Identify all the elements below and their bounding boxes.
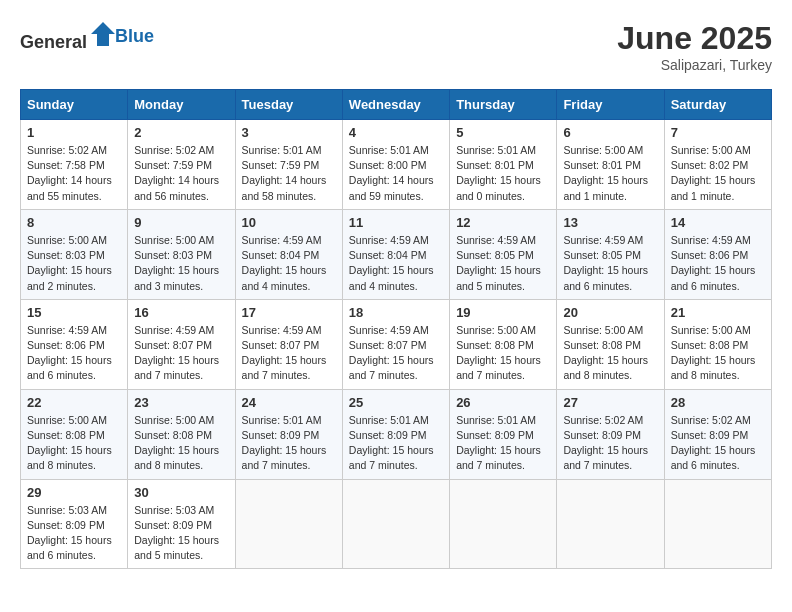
calendar-day-cell: 18Sunrise: 4:59 AM Sunset: 8:07 PM Dayli… (342, 299, 449, 389)
day-info: Sunrise: 5:00 AM Sunset: 8:02 PM Dayligh… (671, 143, 765, 204)
calendar-day-cell: 15Sunrise: 4:59 AM Sunset: 8:06 PM Dayli… (21, 299, 128, 389)
day-number: 20 (563, 305, 657, 320)
calendar-day-cell: 6Sunrise: 5:00 AM Sunset: 8:01 PM Daylig… (557, 120, 664, 210)
calendar-day-cell: 16Sunrise: 4:59 AM Sunset: 8:07 PM Dayli… (128, 299, 235, 389)
day-info: Sunrise: 5:01 AM Sunset: 8:00 PM Dayligh… (349, 143, 443, 204)
day-info: Sunrise: 5:00 AM Sunset: 8:08 PM Dayligh… (671, 323, 765, 384)
calendar-day-cell: 1Sunrise: 5:02 AM Sunset: 7:58 PM Daylig… (21, 120, 128, 210)
day-info: Sunrise: 4:59 AM Sunset: 8:04 PM Dayligh… (349, 233, 443, 294)
day-number: 30 (134, 485, 228, 500)
weekday-header-thursday: Thursday (450, 90, 557, 120)
calendar-day-cell: 25Sunrise: 5:01 AM Sunset: 8:09 PM Dayli… (342, 389, 449, 479)
day-number: 21 (671, 305, 765, 320)
logo-general: General (20, 32, 87, 52)
weekday-header-tuesday: Tuesday (235, 90, 342, 120)
calendar-week-row: 29Sunrise: 5:03 AM Sunset: 8:09 PM Dayli… (21, 479, 772, 569)
day-number: 19 (456, 305, 550, 320)
day-info: Sunrise: 4:59 AM Sunset: 8:07 PM Dayligh… (134, 323, 228, 384)
day-info: Sunrise: 5:03 AM Sunset: 8:09 PM Dayligh… (134, 503, 228, 564)
day-info: Sunrise: 5:02 AM Sunset: 7:58 PM Dayligh… (27, 143, 121, 204)
day-number: 28 (671, 395, 765, 410)
day-info: Sunrise: 5:01 AM Sunset: 8:09 PM Dayligh… (456, 413, 550, 474)
day-number: 7 (671, 125, 765, 140)
day-number: 15 (27, 305, 121, 320)
title-block: June 2025 Salipazari, Turkey (617, 20, 772, 73)
calendar-week-row: 1Sunrise: 5:02 AM Sunset: 7:58 PM Daylig… (21, 120, 772, 210)
day-number: 24 (242, 395, 336, 410)
page-header: General Blue June 2025 Salipazari, Turke… (20, 20, 772, 73)
day-number: 8 (27, 215, 121, 230)
calendar-day-cell: 29Sunrise: 5:03 AM Sunset: 8:09 PM Dayli… (21, 479, 128, 569)
calendar-table: SundayMondayTuesdayWednesdayThursdayFrid… (20, 89, 772, 569)
day-number: 3 (242, 125, 336, 140)
calendar-day-cell: 12Sunrise: 4:59 AM Sunset: 8:05 PM Dayli… (450, 209, 557, 299)
day-info: Sunrise: 4:59 AM Sunset: 8:06 PM Dayligh… (671, 233, 765, 294)
day-info: Sunrise: 5:01 AM Sunset: 8:09 PM Dayligh… (242, 413, 336, 474)
calendar-day-cell: 30Sunrise: 5:03 AM Sunset: 8:09 PM Dayli… (128, 479, 235, 569)
day-info: Sunrise: 5:00 AM Sunset: 8:01 PM Dayligh… (563, 143, 657, 204)
calendar-day-cell: 19Sunrise: 5:00 AM Sunset: 8:08 PM Dayli… (450, 299, 557, 389)
day-number: 11 (349, 215, 443, 230)
calendar-empty-cell (664, 479, 771, 569)
calendar-day-cell: 3Sunrise: 5:01 AM Sunset: 7:59 PM Daylig… (235, 120, 342, 210)
calendar-week-row: 15Sunrise: 4:59 AM Sunset: 8:06 PM Dayli… (21, 299, 772, 389)
calendar-day-cell: 24Sunrise: 5:01 AM Sunset: 8:09 PM Dayli… (235, 389, 342, 479)
location-subtitle: Salipazari, Turkey (617, 57, 772, 73)
calendar-day-cell: 7Sunrise: 5:00 AM Sunset: 8:02 PM Daylig… (664, 120, 771, 210)
day-info: Sunrise: 5:00 AM Sunset: 8:08 PM Dayligh… (27, 413, 121, 474)
calendar-empty-cell (450, 479, 557, 569)
day-number: 26 (456, 395, 550, 410)
day-number: 22 (27, 395, 121, 410)
day-info: Sunrise: 4:59 AM Sunset: 8:07 PM Dayligh… (242, 323, 336, 384)
day-number: 16 (134, 305, 228, 320)
day-info: Sunrise: 5:02 AM Sunset: 8:09 PM Dayligh… (671, 413, 765, 474)
calendar-day-cell: 2Sunrise: 5:02 AM Sunset: 7:59 PM Daylig… (128, 120, 235, 210)
day-number: 2 (134, 125, 228, 140)
day-number: 4 (349, 125, 443, 140)
day-info: Sunrise: 5:01 AM Sunset: 7:59 PM Dayligh… (242, 143, 336, 204)
calendar-day-cell: 14Sunrise: 4:59 AM Sunset: 8:06 PM Dayli… (664, 209, 771, 299)
weekday-header-row: SundayMondayTuesdayWednesdayThursdayFrid… (21, 90, 772, 120)
logo-blue: Blue (115, 26, 154, 47)
day-info: Sunrise: 5:00 AM Sunset: 8:08 PM Dayligh… (134, 413, 228, 474)
calendar-day-cell: 23Sunrise: 5:00 AM Sunset: 8:08 PM Dayli… (128, 389, 235, 479)
calendar-empty-cell (235, 479, 342, 569)
day-number: 6 (563, 125, 657, 140)
svg-marker-0 (91, 22, 115, 46)
day-info: Sunrise: 5:00 AM Sunset: 8:08 PM Dayligh… (563, 323, 657, 384)
day-number: 9 (134, 215, 228, 230)
calendar-day-cell: 9Sunrise: 5:00 AM Sunset: 8:03 PM Daylig… (128, 209, 235, 299)
logo: General Blue (20, 20, 154, 53)
day-info: Sunrise: 4:59 AM Sunset: 8:07 PM Dayligh… (349, 323, 443, 384)
calendar-empty-cell (342, 479, 449, 569)
calendar-day-cell: 5Sunrise: 5:01 AM Sunset: 8:01 PM Daylig… (450, 120, 557, 210)
calendar-day-cell: 10Sunrise: 4:59 AM Sunset: 8:04 PM Dayli… (235, 209, 342, 299)
weekday-header-friday: Friday (557, 90, 664, 120)
calendar-day-cell: 21Sunrise: 5:00 AM Sunset: 8:08 PM Dayli… (664, 299, 771, 389)
day-number: 13 (563, 215, 657, 230)
day-info: Sunrise: 5:01 AM Sunset: 8:09 PM Dayligh… (349, 413, 443, 474)
calendar-week-row: 22Sunrise: 5:00 AM Sunset: 8:08 PM Dayli… (21, 389, 772, 479)
day-info: Sunrise: 5:02 AM Sunset: 8:09 PM Dayligh… (563, 413, 657, 474)
day-info: Sunrise: 5:02 AM Sunset: 7:59 PM Dayligh… (134, 143, 228, 204)
day-info: Sunrise: 5:00 AM Sunset: 8:03 PM Dayligh… (134, 233, 228, 294)
day-info: Sunrise: 4:59 AM Sunset: 8:06 PM Dayligh… (27, 323, 121, 384)
calendar-day-cell: 8Sunrise: 5:00 AM Sunset: 8:03 PM Daylig… (21, 209, 128, 299)
calendar-week-row: 8Sunrise: 5:00 AM Sunset: 8:03 PM Daylig… (21, 209, 772, 299)
calendar-day-cell: 4Sunrise: 5:01 AM Sunset: 8:00 PM Daylig… (342, 120, 449, 210)
day-info: Sunrise: 4:59 AM Sunset: 8:05 PM Dayligh… (563, 233, 657, 294)
weekday-header-saturday: Saturday (664, 90, 771, 120)
calendar-day-cell: 20Sunrise: 5:00 AM Sunset: 8:08 PM Dayli… (557, 299, 664, 389)
calendar-day-cell: 27Sunrise: 5:02 AM Sunset: 8:09 PM Dayli… (557, 389, 664, 479)
day-info: Sunrise: 5:00 AM Sunset: 8:03 PM Dayligh… (27, 233, 121, 294)
day-info: Sunrise: 5:00 AM Sunset: 8:08 PM Dayligh… (456, 323, 550, 384)
day-info: Sunrise: 5:01 AM Sunset: 8:01 PM Dayligh… (456, 143, 550, 204)
day-number: 23 (134, 395, 228, 410)
day-number: 17 (242, 305, 336, 320)
day-number: 25 (349, 395, 443, 410)
day-number: 10 (242, 215, 336, 230)
weekday-header-wednesday: Wednesday (342, 90, 449, 120)
day-number: 14 (671, 215, 765, 230)
day-info: Sunrise: 4:59 AM Sunset: 8:05 PM Dayligh… (456, 233, 550, 294)
calendar-empty-cell (557, 479, 664, 569)
